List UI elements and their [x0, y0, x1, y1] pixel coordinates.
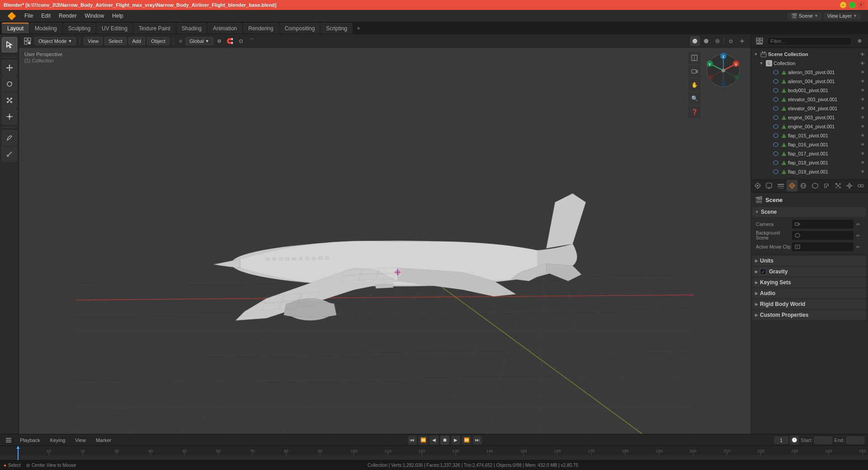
viewport-canvas[interactable] — [19, 48, 750, 434]
fps-display[interactable]: 🕐 — [790, 436, 799, 445]
view-menu[interactable]: View — [84, 37, 103, 45]
tab-animation[interactable]: Animation — [208, 23, 242, 33]
bg-scene-edit-btn[interactable]: ✏ — [854, 231, 863, 240]
object-mode-selector[interactable]: Object Mode ▼ — [34, 37, 76, 45]
move-tool[interactable] — [2, 60, 17, 75]
object-row-aileron_004_pivot.001[interactable]: aileron_004_pivot.001 👁 — [751, 77, 868, 86]
prop-modifier-tab[interactable] — [821, 180, 831, 192]
prop-view-layer-tab[interactable] — [775, 180, 786, 192]
keying-tab[interactable]: Keying — [47, 437, 69, 444]
marker-tab[interactable]: Marker — [92, 437, 115, 444]
jump-to-start[interactable]: ⏮ — [408, 436, 417, 445]
prop-output-tab[interactable] — [764, 180, 774, 192]
tab-layout[interactable]: Layout — [2, 23, 29, 33]
prop-render-tab[interactable] — [752, 180, 763, 192]
measure-tool[interactable] — [2, 146, 17, 162]
view-regions-button[interactable] — [688, 52, 701, 64]
movie-clip-edit-btn[interactable]: ✏ — [854, 242, 863, 251]
outliner-filter-button[interactable]: ⊕ — [854, 36, 864, 46]
units-header[interactable]: ▶ Units — [752, 256, 866, 266]
tab-texture-paint[interactable]: Texture Paint — [133, 23, 176, 33]
start-frame-input[interactable]: 1 — [814, 437, 832, 444]
stop-button[interactable]: ⏹ — [440, 436, 449, 445]
jump-to-end[interactable]: ⏭ — [473, 436, 482, 445]
maximize-button[interactable]: □ — [849, 2, 855, 8]
tab-scripting[interactable]: Scripting — [321, 23, 353, 33]
prop-physics-tab[interactable] — [844, 180, 854, 192]
viewport-shading-material[interactable] — [701, 36, 711, 46]
close-button[interactable]: ✕ — [858, 2, 864, 8]
active-movie-value[interactable] — [792, 242, 854, 251]
current-frame-input[interactable] — [774, 437, 788, 444]
play-forward[interactable]: ▶ — [451, 436, 460, 445]
collection-visibility[interactable]: 👁 — [859, 60, 866, 67]
prop-scene-tab[interactable] — [787, 180, 797, 192]
scale-tool[interactable] — [2, 93, 17, 108]
add-menu[interactable]: Add — [128, 37, 146, 45]
add-workspace-button[interactable]: + — [353, 23, 364, 33]
playback-tab[interactable]: Playback — [16, 437, 44, 444]
blender-logo[interactable]: 🔶 — [4, 11, 20, 21]
object-menu[interactable]: Object — [147, 37, 170, 45]
gravity-header[interactable]: ▶ Gravity — [752, 267, 866, 277]
view-layer-selector[interactable]: View Layer ▼ — [824, 12, 861, 19]
tab-compositing[interactable]: Compositing — [279, 23, 321, 33]
proportional-falloff[interactable]: ⌒ — [247, 36, 257, 46]
object-row-flap_015_pivot.001[interactable]: flap_015_pivot.001 👁 — [751, 131, 868, 140]
transform-global[interactable]: ⊙ — [177, 36, 184, 46]
view-grab-button[interactable]: ✋ — [688, 79, 701, 91]
menu-help[interactable]: Help — [108, 12, 127, 20]
tab-modeling[interactable]: Modeling — [29, 23, 62, 33]
camera-value[interactable] — [792, 220, 854, 229]
timeline-editor-type[interactable] — [4, 435, 14, 445]
viewport-shading-solid[interactable] — [690, 36, 700, 46]
keying-sets-header[interactable]: ▶ Keying Sets — [752, 277, 866, 287]
rotate-tool[interactable] — [2, 76, 17, 92]
viewport-editor-type[interactable] — [23, 36, 33, 46]
scene-section-header[interactable]: ▼ Scene — [752, 207, 866, 217]
end-frame-input[interactable]: 250 — [846, 437, 864, 444]
object-row-aileron_003_pivot.001[interactable]: aileron_003_pivot.001 👁 — [751, 68, 868, 77]
menu-window[interactable]: Window — [81, 12, 108, 20]
gizmo-toggle[interactable]: ✛ — [737, 36, 747, 46]
object-row-flap_018_pivot.001[interactable]: flap_018_pivot.001 👁 — [751, 158, 868, 167]
prop-particles-tab[interactable] — [833, 180, 843, 192]
snapping[interactable]: 🧲 — [225, 36, 235, 46]
collection-row[interactable]: ▼ C Collection 👁 — [751, 59, 868, 68]
jump-back-keyframe[interactable]: ⏪ — [419, 436, 428, 445]
outliner-search[interactable] — [767, 37, 852, 45]
navigation-gizmo[interactable]: X Y Z — [705, 52, 741, 89]
object-row-body001_pivot.001[interactable]: body001_pivot.001 👁 — [751, 86, 868, 95]
minimize-button[interactable]: ─ — [840, 2, 846, 8]
menu-render[interactable]: Render — [55, 12, 80, 20]
rigid-body-header[interactable]: ▶ Rigid Body World — [752, 299, 866, 309]
object-row-flap_017_pivot.001[interactable]: flap_017_pivot.001 👁 — [751, 149, 868, 158]
tab-uv-editing[interactable]: UV Editing — [96, 23, 133, 33]
select-menu[interactable]: Select — [104, 37, 127, 45]
viewport-shading-render[interactable] — [712, 36, 722, 46]
viewport[interactable]: Object Mode ▼ View Select Add Object ⊙ G… — [19, 34, 750, 434]
annotate-tool[interactable] — [2, 130, 17, 146]
camera-edit-btn[interactable]: ✏ — [854, 220, 863, 229]
view-zoom-button[interactable]: 🔍 — [688, 92, 701, 105]
tab-shading[interactable]: Shading — [176, 23, 207, 33]
object-row-elevator_004_pivot.001[interactable]: elevator_004_pivot.001 👁 — [751, 104, 868, 113]
object-row-elevator_003_pivot.001[interactable]: elevator_003_pivot.001 👁 — [751, 95, 868, 104]
scene-collection-visibility[interactable]: 👁 — [859, 51, 866, 58]
jump-fwd-keyframe[interactable]: ⏩ — [462, 436, 471, 445]
tab-sculpting[interactable]: Sculpting — [63, 23, 96, 33]
tab-rendering[interactable]: Rendering — [243, 23, 278, 33]
proportional-edit[interactable]: ⊙ — [236, 36, 246, 46]
menu-edit[interactable]: Edit — [38, 12, 54, 20]
object-row-flap_016_pivot.001[interactable]: flap_016_pivot.001 👁 — [751, 140, 868, 149]
overlay-toggle[interactable]: ⊙ — [726, 36, 736, 46]
audio-header[interactable]: ▶ Audio — [752, 288, 866, 298]
custom-properties-header[interactable]: ▶ Custom Properties — [752, 310, 866, 320]
global-transform-selector[interactable]: Global ▼ — [185, 37, 213, 45]
background-scene-value[interactable] — [792, 231, 854, 240]
object-row-engine_003_pivot.001[interactable]: engine_003_pivot.001 👁 — [751, 113, 868, 122]
scene-selector[interactable]: 🎬 Scene ▼ — [788, 12, 822, 20]
view-tab[interactable]: View — [71, 437, 90, 444]
transform-tool[interactable] — [2, 109, 17, 124]
pivot-point[interactable] — [214, 36, 224, 46]
